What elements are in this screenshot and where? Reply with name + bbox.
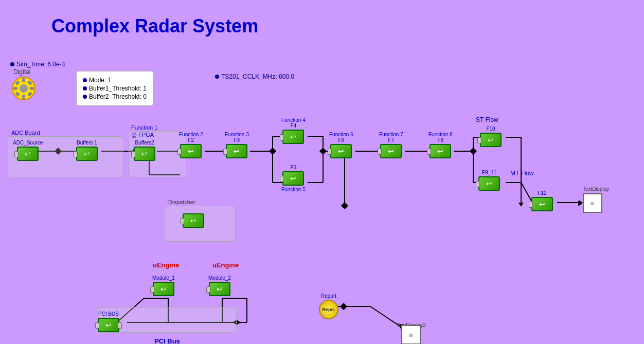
adc-source-label: ADC_Source [13,140,43,146]
svg-rect-69 [22,95,25,99]
svg-rect-10 [269,148,276,155]
digital-label: Digital [13,68,30,76]
svg-rect-70 [13,87,17,90]
module2-block[interactable]: Module_2 ↩ [208,275,231,296]
func4-block[interactable]: Function 4 F4 ↩ [281,117,306,144]
func8-label: F8 [438,137,444,143]
buffer2-label: Buffer2_Threshold: 0 [89,93,147,100]
report-top-label: Report [321,293,336,299]
textdisplay-arrow [578,201,582,206]
fpga-sublabel: @ FPGA [131,132,154,138]
func6-label: F6 [338,137,345,143]
func9-11-block[interactable]: F9_11 ↩ [478,170,500,191]
page-title: Complex Radar System [51,15,258,37]
report-circle[interactable]: Repo. [319,300,338,319]
func5-bot-label: Function 5 [281,187,306,192]
svg-marker-60 [237,320,241,325]
pci-bus-text-label: PCI Bus [154,337,180,344]
func8-top-label: Function 8 [428,132,453,137]
svg-rect-71 [30,87,34,90]
pci-bus-block-label: PCI BUS [98,311,119,317]
func3-block[interactable]: Function 3 F3 ↩ [225,132,249,158]
buffers1-label: Buffers 1 [77,140,97,146]
func6-top-label: Function 6 [329,132,353,137]
func4-label: F4 [291,123,297,129]
buffers1-block[interactable]: Buffers 1 ↩ [76,140,98,161]
func12-label: F12 [538,190,546,196]
module2-label: Module_2 [208,275,231,281]
func7-block[interactable]: Function 7 F7 ↩ [379,132,403,158]
sim-time-label: Sim_Time: 6.0e-3 [16,61,65,68]
uengine1-label: uEngine [153,261,179,269]
ts-label: TS201_CCLK_MHz: 600.0 [221,73,294,80]
info-box: Mode: 1 Buffer1_Threshold: 1 Buffer2_Thr… [76,71,153,106]
module1-label: Module_1 [152,275,175,281]
report-block[interactable]: Report Repo. [319,293,338,319]
buffers2-label: Buffers2 [135,140,154,146]
gear-icon [11,76,36,101]
textdisplay2-box[interactable]: ▤ [401,325,421,344]
func2-block[interactable]: Function 2 F2 ↩ [179,132,203,158]
pci-bus-block[interactable]: PCI BUS ↩ [98,311,119,332]
svg-rect-19 [319,148,327,155]
adc-source-block[interactable]: ADC_Source ↩ [13,140,43,161]
textdisplay-box[interactable]: ▤ [583,193,602,213]
svg-rect-47 [341,202,348,209]
func10-block[interactable]: F10 ↩ [480,126,502,147]
func12-block[interactable]: F12 ↩ [531,190,553,211]
ts-dot [215,75,219,79]
uengine2-label: uEngine [212,261,239,269]
func7-top-label: Function 7 [379,132,403,137]
svg-line-40 [521,183,532,203]
svg-rect-68 [22,78,25,82]
mt-flow-label: MT Flow [510,170,534,177]
fpga-label: Function 1 [131,124,157,131]
func3-label: F3 [234,137,240,143]
func9-11-label: F9_11 [482,170,496,175]
dispatcher-container-label: Dispatcher [168,199,195,205]
textdisplay-label: TextDisplay [583,186,609,192]
sim-time-dot [10,62,14,66]
module1-block[interactable]: Module_1 ↩ [152,275,175,296]
mode-label: Mode: 1 [89,77,111,84]
func2-label: F2 [188,137,194,143]
svg-rect-29 [470,148,477,155]
func7-label: F7 [388,137,395,143]
func2-top-label: Function 2 [179,132,203,137]
adc-board-label: ADC Board [11,130,40,136]
svg-marker-38 [518,203,524,207]
func6-block[interactable]: Function 6 F6 ↩ [329,132,353,158]
svg-point-67 [20,84,28,93]
dispatcher-block[interactable]: ↩ [183,213,204,228]
func5-label: F5 [291,165,297,170]
func4-top-label: Function 4 [281,117,306,123]
func3-top-label: Function 3 [225,132,249,137]
func8-block[interactable]: Function 8 F8 ↩ [428,132,453,158]
st-flow-label: ST Flow [476,116,498,123]
buffers2-block[interactable]: Buffers2 ↩ [134,140,155,161]
buffer1-label: Buffer1_Threshold: 1 [89,85,147,92]
func5-block[interactable]: F5 ↩ Function 5 [281,165,306,192]
func10-label: F10 [486,126,495,132]
svg-rect-62 [340,303,347,310]
